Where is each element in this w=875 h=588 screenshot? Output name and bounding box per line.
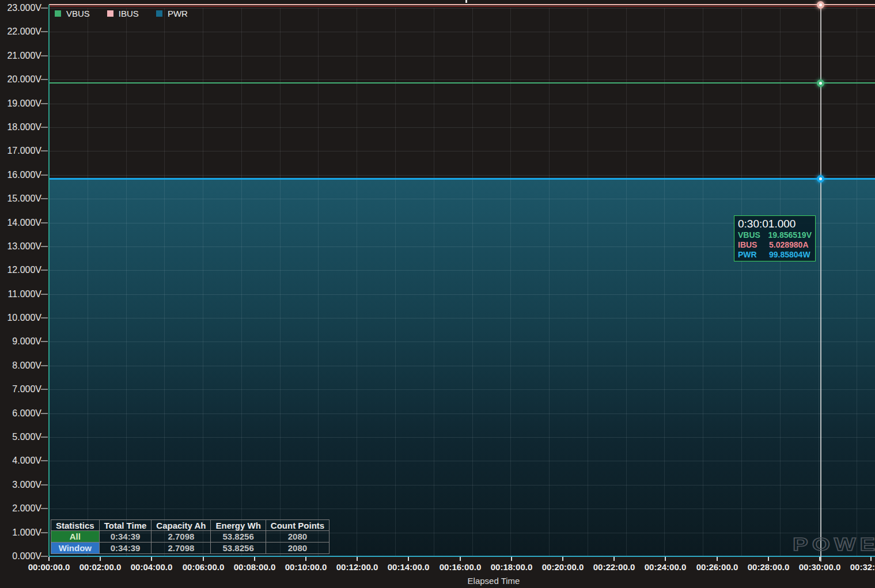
cursor-ibus-label: IBUS: [738, 240, 769, 250]
y-axis-tick: [41, 437, 48, 438]
v-gridline: [318, 8, 319, 556]
x-axis-label: 00:20:00.0: [534, 562, 592, 572]
x-axis-title: Elapsed Time: [453, 576, 534, 586]
y-axis-label: 2.000V: [0, 503, 41, 514]
y-axis-tick: [41, 341, 48, 342]
y-axis-label: 8.000V: [0, 361, 41, 371]
h-gridline: [49, 199, 875, 199]
y-axis-label: 22.000V: [0, 26, 41, 37]
stats-all-capacity: 2.7098: [151, 531, 211, 543]
marker-center-dot: [819, 3, 822, 6]
x-axis-tick: [511, 557, 512, 561]
x-axis-tick: [717, 557, 718, 561]
x-axis-label: 00:30:00.0: [791, 562, 849, 572]
h-gridline: [49, 318, 875, 318]
y-axis-label: 16.000V: [0, 170, 41, 180]
y-axis-tick: [41, 127, 48, 128]
x-axis-label: 00:00:00.0: [20, 562, 78, 572]
y-axis-tick: [41, 198, 48, 199]
h-gridline: [49, 151, 875, 151]
stats-all-energy: 53.8256: [211, 531, 266, 543]
legend-item-ibus[interactable]: IBUS: [107, 9, 139, 18]
y-axis-tick: [41, 317, 48, 318]
y-axis-label: 4.000V: [0, 456, 41, 466]
y-axis-tick: [41, 7, 48, 9]
v-gridline: [203, 8, 203, 556]
power-meter-chart-window: 23.000V22.000V21.000V20.000V19.000V18.00…: [0, 0, 875, 588]
cursor-ibus-value: 5.028980A: [769, 240, 809, 250]
v-gridline: [164, 8, 165, 556]
marker-center-dot: [819, 82, 822, 85]
v-gridline: [241, 8, 242, 556]
header-count-points: Count Points: [266, 520, 329, 531]
x-axis-tick: [48, 557, 50, 561]
h-gridline: [49, 104, 875, 104]
v-gridline: [280, 8, 281, 556]
x-axis-label: 00:28:00.0: [740, 562, 797, 572]
v-gridline: [780, 8, 781, 556]
y-axis-tick: [41, 222, 48, 223]
stats-all-count: 2080: [266, 531, 329, 543]
y-axis-label: 3.000V: [0, 480, 41, 490]
v-gridline: [626, 8, 627, 556]
y-axis-tick: [41, 270, 48, 271]
x-axis-tick: [100, 557, 101, 561]
vbus-swatch-icon: [55, 10, 61, 17]
y-axis-tick: [41, 389, 48, 390]
x-axis-label: 00:02:00.0: [71, 562, 129, 572]
v-gridline: [549, 8, 550, 556]
v-gridline: [395, 8, 396, 556]
y-axis-label: 1.000V: [0, 528, 41, 538]
header-total-time: Total Time: [99, 520, 151, 531]
y-axis-label: 18.000V: [0, 122, 41, 132]
legend-label-vbus: VBUS: [66, 9, 90, 18]
cursor-marker-pwr: [817, 175, 824, 183]
cursor-vbus-value: 19.856519V: [768, 230, 812, 240]
x-axis-label: 00:06:00.0: [175, 562, 232, 572]
ibus-swatch-icon: [107, 10, 113, 17]
x-axis-label: 00:24:00.0: [637, 562, 694, 572]
y-axis-tick: [41, 174, 48, 176]
h-gridline: [49, 485, 875, 485]
x-axis-label: 00:32:00.0: [842, 562, 875, 572]
x-axis-tick: [357, 557, 358, 561]
x-axis-border: [49, 556, 875, 557]
x-axis-tick: [768, 557, 769, 561]
cursor-marker-vbus: [817, 79, 824, 87]
v-gridline: [510, 8, 511, 556]
cursor-line[interactable]: [820, 5, 821, 562]
y-axis-tick: [41, 365, 48, 366]
legend-item-vbus[interactable]: VBUS: [55, 9, 90, 18]
cursor-pwr-label: PWR: [738, 250, 769, 260]
x-axis-tick: [870, 557, 872, 561]
v-gridline: [472, 8, 473, 556]
stats-window-count: 2080: [266, 543, 329, 554]
y-axis-label: 5.000V: [0, 432, 41, 442]
stats-row-all: All 0:34:39 2.7098 53.8256 2080: [51, 531, 329, 543]
cursor-marker-ibus: [817, 1, 824, 9]
chart-legend: VBUS IBUS PWR: [55, 9, 188, 18]
v-gridline: [819, 8, 819, 556]
h-gridline: [49, 389, 875, 390]
x-axis-tick: [562, 557, 563, 561]
marker-center-dot: [819, 177, 822, 180]
y-axis-label: 6.000V: [0, 408, 41, 419]
h-gridline: [49, 294, 875, 295]
h-gridline: [49, 175, 875, 176]
v-gridline: [703, 8, 703, 556]
y-axis-label: 15.000V: [0, 194, 41, 204]
y-axis-label: 17.000V: [0, 146, 41, 156]
x-axis-label: 00:08:00.0: [226, 562, 283, 572]
y-axis-tick: [41, 103, 48, 104]
x-axis-tick: [613, 557, 615, 561]
stats-window-label: Window: [51, 543, 100, 554]
h-gridline: [49, 461, 875, 461]
header-energy-wh: Energy Wh: [211, 520, 266, 531]
ibus-line: [49, 4, 875, 5]
h-gridline: [49, 342, 875, 342]
y-axis-tick: [41, 31, 48, 32]
plot-area[interactable]: 23.000V22.000V21.000V20.000V19.000V18.00…: [0, 0, 875, 588]
legend-item-pwr[interactable]: PWR: [156, 9, 188, 18]
y-axis-tick: [41, 460, 48, 461]
y-axis-tick: [41, 55, 48, 56]
